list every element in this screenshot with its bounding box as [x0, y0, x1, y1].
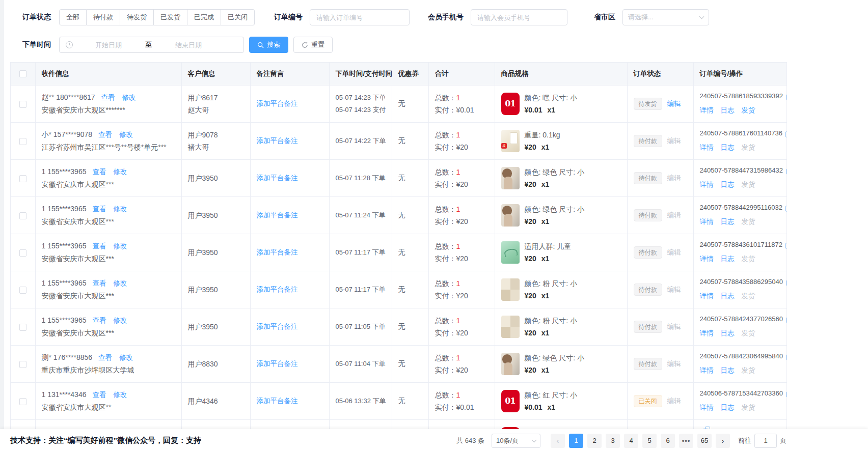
- ship-link[interactable]: 发货: [741, 366, 755, 374]
- copy-icon[interactable]: [785, 241, 787, 249]
- date-range-picker[interactable]: 至: [59, 37, 244, 53]
- log-link[interactable]: 日志: [720, 218, 734, 225]
- add-remark-link[interactable]: 添加平台备注: [257, 211, 298, 219]
- detail-link[interactable]: 详情: [700, 218, 714, 225]
- log-link[interactable]: 日志: [720, 144, 734, 151]
- edit-order-link[interactable]: 编辑: [667, 99, 681, 107]
- modify-receiver-link[interactable]: 修改: [113, 317, 127, 324]
- modify-receiver-link[interactable]: 修改: [113, 391, 127, 399]
- page-button[interactable]: •••: [679, 434, 693, 448]
- goto-page-input[interactable]: [754, 434, 777, 448]
- select-all-checkbox[interactable]: [19, 70, 26, 77]
- reset-button[interactable]: 重置: [293, 37, 333, 53]
- view-receiver-link[interactable]: 查看: [92, 279, 106, 287]
- ship-link[interactable]: 发货: [741, 255, 755, 263]
- row-checkbox[interactable]: [19, 324, 26, 331]
- edit-order-link[interactable]: 编辑: [667, 211, 681, 218]
- detail-link[interactable]: 详情: [700, 292, 714, 300]
- add-remark-link[interactable]: 添加平台备注: [257, 248, 298, 256]
- ship-link[interactable]: 发货: [741, 329, 755, 337]
- log-link[interactable]: 日志: [720, 292, 734, 300]
- detail-link[interactable]: 详情: [700, 255, 714, 263]
- ship-link[interactable]: 发货: [741, 218, 755, 225]
- next-page-button[interactable]: ›: [716, 434, 730, 448]
- detail-link[interactable]: 详情: [700, 404, 714, 411]
- status-filter-button[interactable]: 已关闭: [221, 9, 255, 25]
- status-filter-button[interactable]: 全部: [59, 9, 87, 25]
- log-link[interactable]: 日志: [720, 329, 734, 337]
- row-checkbox[interactable]: [19, 138, 26, 145]
- ship-link[interactable]: 发货: [741, 181, 755, 188]
- order-number-input[interactable]: [310, 9, 410, 25]
- page-button[interactable]: 4: [624, 434, 638, 448]
- detail-link[interactable]: 详情: [700, 366, 714, 374]
- row-checkbox[interactable]: [19, 249, 26, 257]
- ship-link[interactable]: 发货: [741, 144, 755, 151]
- detail-link[interactable]: 详情: [700, 329, 714, 337]
- date-start-input[interactable]: [76, 41, 141, 49]
- copy-icon[interactable]: [786, 389, 787, 398]
- modify-receiver-link[interactable]: 修改: [119, 354, 133, 361]
- page-button[interactable]: 5: [642, 434, 657, 448]
- log-link[interactable]: 日志: [720, 106, 734, 114]
- date-end-input[interactable]: [156, 41, 221, 49]
- log-link[interactable]: 日志: [720, 366, 734, 374]
- copy-icon[interactable]: [786, 352, 787, 360]
- modify-receiver-link[interactable]: 修改: [113, 242, 127, 250]
- copy-icon[interactable]: [786, 315, 787, 323]
- page-button[interactable]: 6: [661, 434, 675, 448]
- modify-receiver-link[interactable]: 修改: [113, 205, 127, 213]
- add-remark-link[interactable]: 添加平台备注: [257, 397, 298, 405]
- add-remark-link[interactable]: 添加平台备注: [257, 323, 298, 330]
- view-receiver-link[interactable]: 查看: [98, 131, 112, 138]
- prev-page-button[interactable]: ‹: [551, 434, 565, 448]
- row-checkbox[interactable]: [19, 361, 26, 368]
- copy-icon[interactable]: [785, 129, 787, 137]
- row-checkbox[interactable]: [19, 287, 26, 294]
- view-receiver-link[interactable]: 查看: [101, 94, 115, 101]
- edit-order-link[interactable]: 编辑: [667, 248, 681, 256]
- edit-order-link[interactable]: 编辑: [667, 397, 681, 404]
- status-filter-button[interactable]: 已发货: [154, 9, 187, 25]
- view-receiver-link[interactable]: 查看: [98, 354, 112, 361]
- view-receiver-link[interactable]: 查看: [92, 317, 106, 324]
- ship-link[interactable]: 发货: [741, 292, 755, 300]
- page-button[interactable]: 65: [697, 434, 712, 448]
- copy-icon[interactable]: [786, 92, 787, 100]
- row-checkbox[interactable]: [19, 175, 26, 182]
- page-size-select[interactable]: 10条/页: [492, 434, 540, 448]
- edit-order-link[interactable]: 编辑: [667, 174, 681, 181]
- edit-order-link[interactable]: 编辑: [667, 322, 681, 330]
- copy-icon[interactable]: [785, 204, 787, 212]
- status-filter-button[interactable]: 待发货: [120, 9, 154, 25]
- modify-receiver-link[interactable]: 修改: [122, 94, 135, 101]
- row-checkbox[interactable]: [19, 101, 26, 108]
- ship-link[interactable]: 发货: [741, 404, 755, 411]
- add-remark-link[interactable]: 添加平台备注: [257, 100, 298, 107]
- view-receiver-link[interactable]: 查看: [92, 168, 106, 176]
- add-remark-link[interactable]: 添加平台备注: [257, 137, 298, 145]
- modify-receiver-link[interactable]: 修改: [113, 279, 127, 287]
- detail-link[interactable]: 详情: [700, 106, 714, 114]
- status-filter-button[interactable]: 待付款: [87, 9, 120, 25]
- add-remark-link[interactable]: 添加平台备注: [257, 174, 298, 182]
- log-link[interactable]: 日志: [720, 181, 734, 188]
- search-button[interactable]: 搜索: [249, 37, 288, 53]
- detail-link[interactable]: 详情: [700, 144, 714, 151]
- edit-order-link[interactable]: 编辑: [667, 359, 681, 367]
- page-button[interactable]: 1: [569, 434, 583, 448]
- edit-order-link[interactable]: 编辑: [667, 285, 681, 293]
- page-button[interactable]: 2: [587, 434, 602, 448]
- modify-receiver-link[interactable]: 修改: [119, 131, 133, 138]
- view-receiver-link[interactable]: 查看: [92, 391, 106, 399]
- copy-icon[interactable]: [786, 278, 787, 286]
- copy-icon[interactable]: [786, 166, 787, 175]
- region-select[interactable]: 请选择...: [622, 9, 709, 25]
- add-remark-link[interactable]: 添加平台备注: [257, 286, 298, 293]
- modify-receiver-link[interactable]: 修改: [113, 168, 127, 176]
- view-receiver-link[interactable]: 查看: [92, 242, 106, 250]
- row-checkbox[interactable]: [19, 398, 26, 405]
- view-receiver-link[interactable]: 查看: [92, 205, 106, 213]
- ship-link[interactable]: 发货: [741, 106, 755, 114]
- detail-link[interactable]: 详情: [700, 181, 714, 188]
